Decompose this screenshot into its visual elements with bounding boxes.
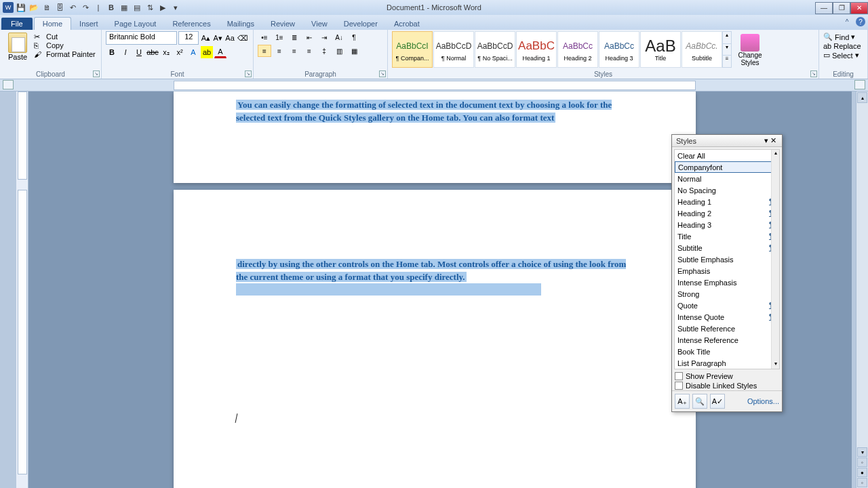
close-button[interactable]: ✕ bbox=[850, 2, 868, 14]
grow-font-button[interactable]: A▴ bbox=[200, 32, 211, 44]
font-name-combo[interactable]: Britannic Bold bbox=[106, 31, 177, 45]
styles-scrollbar[interactable]: ▴ ▾ bbox=[771, 150, 779, 369]
multilevel-button[interactable]: ≣ bbox=[288, 31, 301, 43]
format-painter-button[interactable]: 🖌Format Painter bbox=[34, 50, 96, 58]
tab-acrobat[interactable]: Acrobat bbox=[386, 18, 428, 30]
style-row[interactable]: Intense Quote¶a bbox=[675, 311, 779, 323]
styles-dialog-launcher[interactable]: ↘ bbox=[810, 70, 817, 77]
copy-button[interactable]: ⎘Copy bbox=[34, 41, 96, 49]
text-effects-button[interactable]: A bbox=[187, 46, 199, 58]
style-item[interactable]: AaBbCcD¶ Normal bbox=[433, 31, 474, 68]
style-row[interactable]: Subtle Referencea bbox=[675, 323, 779, 334]
clear-all-button[interactable]: Clear All bbox=[675, 150, 779, 161]
style-row[interactable]: Intense Emphasisa bbox=[675, 277, 779, 288]
sort-qat-icon[interactable]: ⇅ bbox=[144, 2, 155, 13]
style-row[interactable]: Normal¶ bbox=[675, 173, 779, 184]
browse-object-button[interactable]: ● bbox=[857, 468, 867, 477]
style-row[interactable]: Companyfont¶ bbox=[675, 161, 779, 173]
horizontal-ruler[interactable] bbox=[174, 81, 696, 90]
line-spacing-button[interactable]: ‡ bbox=[317, 45, 331, 57]
style-row[interactable]: Heading 2¶a bbox=[675, 207, 779, 219]
tab-view[interactable]: View bbox=[303, 18, 336, 30]
find-button[interactable]: 🔍Find ▾ bbox=[823, 33, 863, 41]
style-row[interactable]: List Paragraph¶ bbox=[675, 357, 779, 369]
tab-mailings[interactable]: Mailings bbox=[219, 18, 262, 30]
scroll-up-button[interactable]: ▴ bbox=[857, 92, 867, 103]
selected-text-2[interactable]: directly by using the other controls on … bbox=[236, 259, 626, 282]
style-row[interactable]: No Spacing¶ bbox=[675, 184, 779, 196]
font-color-button[interactable]: A bbox=[214, 46, 226, 58]
tab-references[interactable]: References bbox=[164, 18, 218, 30]
file-tab[interactable]: File bbox=[1, 18, 33, 30]
gallery-more-button[interactable]: ≡ bbox=[723, 55, 731, 67]
change-styles-button[interactable]: Change Styles bbox=[734, 31, 766, 68]
highlight-qat-icon[interactable]: ▦ bbox=[119, 2, 130, 13]
table-qat-icon[interactable]: ▤ bbox=[132, 2, 142, 13]
underline-button[interactable]: U bbox=[133, 46, 145, 58]
ruler-toggle[interactable] bbox=[854, 80, 865, 89]
sort-button[interactable]: A↓ bbox=[332, 31, 346, 43]
cut-button[interactable]: ✂Cut bbox=[34, 33, 96, 41]
borders-button[interactable]: ▦ bbox=[347, 45, 361, 57]
tab-home[interactable]: Home bbox=[34, 17, 71, 30]
increase-indent-button[interactable]: ⇥ bbox=[317, 31, 331, 43]
maximize-button[interactable]: ❐ bbox=[833, 2, 850, 14]
numbering-button[interactable]: 1≡ bbox=[273, 31, 286, 43]
style-row[interactable]: Quote¶a bbox=[675, 300, 779, 311]
quick-styles-gallery[interactable]: AaBbCcI¶ Compan...AaBbCcD¶ NormalAaBbCcD… bbox=[392, 31, 722, 68]
disable-linked-checkbox[interactable]: Disable Linked Styles bbox=[672, 381, 782, 390]
style-item[interactable]: AaBbCcD¶ No Spaci... bbox=[475, 31, 515, 68]
shading-button[interactable]: ▥ bbox=[332, 45, 346, 57]
italic-button[interactable]: I bbox=[119, 46, 132, 58]
align-center-button[interactable]: ≡ bbox=[273, 45, 286, 57]
gallery-up-button[interactable]: ▴ bbox=[723, 32, 731, 43]
decrease-indent-button[interactable]: ⇤ bbox=[302, 31, 316, 43]
new-style-button[interactable]: A₊ bbox=[675, 394, 690, 409]
superscript-button[interactable]: x² bbox=[174, 46, 186, 58]
manage-styles-button[interactable]: A✓ bbox=[710, 394, 725, 409]
minimize-ribbon-icon[interactable]: ^ bbox=[842, 17, 852, 26]
style-inspector-button[interactable]: 🔍 bbox=[692, 394, 707, 409]
style-item[interactable]: AaBbCcHeading 3 bbox=[599, 31, 639, 68]
shrink-font-button[interactable]: A▾ bbox=[212, 32, 223, 44]
minimize-button[interactable]: — bbox=[815, 2, 833, 14]
style-row[interactable]: Subtle Emphasisa bbox=[675, 253, 779, 265]
font-dialog-launcher[interactable]: ↘ bbox=[245, 70, 252, 77]
show-preview-checkbox[interactable]: Show Preview bbox=[672, 371, 782, 381]
paragraph-dialog-launcher[interactable]: ↘ bbox=[379, 70, 386, 77]
gallery-down-button[interactable]: ▾ bbox=[723, 43, 731, 56]
vertical-scrollbar[interactable]: ▴ ▾ ◦ ● ◦ bbox=[856, 92, 868, 488]
undo-icon[interactable]: ↶ bbox=[67, 2, 78, 13]
help-icon[interactable]: ? bbox=[856, 17, 865, 26]
highlight-button[interactable]: ab bbox=[201, 46, 213, 58]
bold-button[interactable]: B bbox=[106, 46, 118, 58]
styles-pane-close-button[interactable]: ✕ bbox=[768, 136, 778, 145]
style-item[interactable]: AaBTitle bbox=[640, 31, 681, 68]
page-2[interactable]: directly by using the other controls on … bbox=[174, 190, 696, 488]
vertical-ruler[interactable] bbox=[16, 92, 28, 488]
style-row[interactable]: Subtitle¶a bbox=[675, 242, 779, 253]
clipboard-dialog-launcher[interactable]: ↘ bbox=[93, 70, 100, 77]
scroll-down-button[interactable]: ▾ bbox=[857, 447, 867, 457]
style-item[interactable]: AaBbCHeading 1 bbox=[516, 31, 557, 68]
justify-button[interactable]: ≡ bbox=[302, 45, 316, 57]
next-page-button[interactable]: ◦ bbox=[857, 478, 867, 487]
redo-icon[interactable]: ↷ bbox=[80, 2, 91, 13]
styles-options-link[interactable]: Options... bbox=[747, 397, 779, 405]
replace-button[interactable]: abReplace bbox=[823, 42, 863, 50]
save-icon[interactable]: 💾 bbox=[16, 2, 26, 13]
change-case-button[interactable]: Aa bbox=[224, 32, 235, 44]
strikethrough-button[interactable]: abc bbox=[146, 46, 159, 58]
macro-qat-icon[interactable]: ▶ bbox=[157, 2, 168, 13]
new-icon[interactable]: 🗎 bbox=[41, 2, 52, 13]
tab-developer[interactable]: Developer bbox=[336, 18, 386, 30]
styles-pane-header[interactable]: Styles ▾ ✕ bbox=[672, 135, 782, 147]
qat-customize-icon[interactable]: ▾ bbox=[170, 2, 181, 13]
page-1[interactable]: You can easily change the formatting of … bbox=[174, 92, 696, 183]
clear-formatting-button[interactable]: ⌫ bbox=[237, 32, 249, 44]
open-icon[interactable]: 📂 bbox=[28, 2, 39, 13]
style-row[interactable]: Heading 1¶a bbox=[675, 196, 779, 207]
prev-page-button[interactable]: ◦ bbox=[857, 458, 867, 467]
align-left-button[interactable]: ≡ bbox=[258, 45, 271, 57]
style-item[interactable]: AaBbCc.Subtitle bbox=[682, 31, 722, 68]
